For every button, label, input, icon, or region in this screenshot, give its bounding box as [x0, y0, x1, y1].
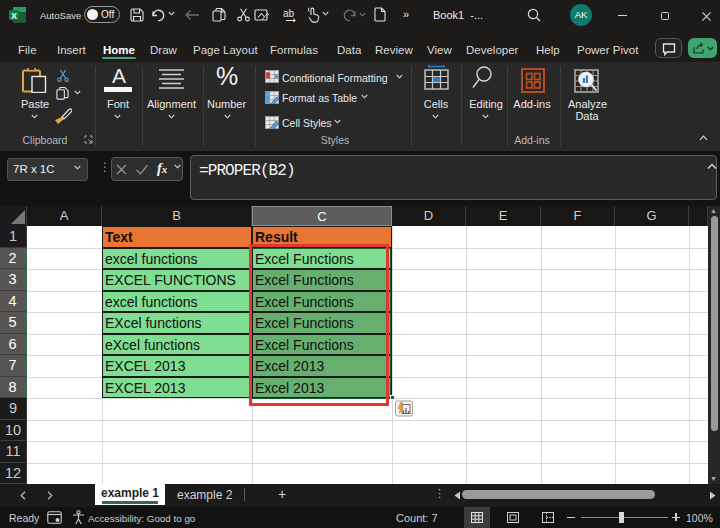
svg-text:X: X: [11, 11, 17, 21]
svg-text:ab: ab: [283, 8, 295, 19]
